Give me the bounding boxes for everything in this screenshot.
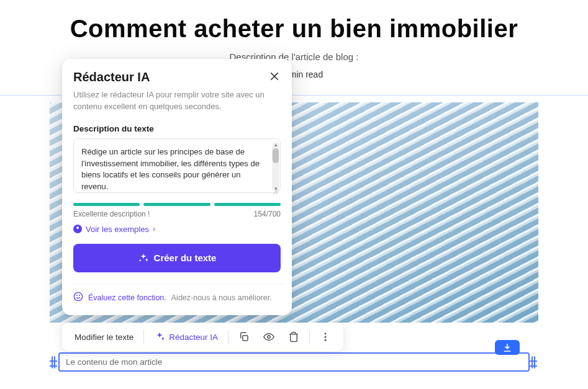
scrollbar-thumb[interactable] (273, 148, 279, 163)
svg-point-6 (325, 336, 327, 338)
selection-handle-left[interactable] (50, 356, 58, 369)
resize-icon (272, 188, 279, 195)
close-icon (270, 72, 279, 81)
svg-rect-3 (243, 336, 248, 341)
ai-writer-label: Rédacteur IA (169, 333, 218, 342)
panel-divider (71, 284, 283, 284)
progress-segment (143, 203, 210, 206)
description-textarea[interactable] (73, 138, 281, 193)
copy-icon (238, 331, 250, 342)
svg-point-1 (77, 295, 78, 295)
ai-writer-panel: Rédacteur IA Utilisez le rédacteur IA po… (62, 59, 292, 315)
textarea-wrapper: ▴ ▾ (73, 138, 281, 195)
svg-point-7 (325, 339, 327, 341)
toolbar-separator (309, 330, 310, 344)
download-button[interactable] (495, 340, 520, 355)
more-button[interactable] (314, 328, 337, 346)
svg-point-4 (268, 336, 271, 339)
toolbar-separator (143, 330, 144, 344)
chevron-right-icon: › (153, 225, 155, 233)
sparkle-icon (154, 331, 165, 342)
preview-button[interactable] (257, 328, 281, 346)
copy-button[interactable] (232, 328, 256, 346)
quality-label: Excellente description ! (73, 210, 150, 218)
more-vertical-icon (320, 331, 331, 342)
svg-point-2 (79, 295, 80, 295)
resize-handle[interactable] (272, 187, 279, 194)
feedback-link[interactable]: Évaluez cette fonction. (88, 293, 166, 302)
examples-label: Voir les exemples (86, 225, 149, 234)
content-field-selection: Le contenu de mon article (50, 352, 538, 372)
close-button[interactable] (268, 70, 281, 83)
create-text-button[interactable]: Créer du texte (73, 244, 281, 272)
toolbar-separator (228, 330, 228, 344)
quality-progress (73, 203, 281, 206)
article-content-input[interactable]: Le contenu de mon article (58, 352, 530, 372)
panel-title: Rédacteur IA (73, 70, 150, 84)
lightbulb-icon (73, 225, 82, 233)
edit-text-button[interactable]: Modifier le texte (68, 329, 140, 346)
ai-writer-button[interactable]: Rédacteur IA (148, 328, 224, 346)
trash-icon (288, 331, 299, 342)
create-button-label: Créer du texte (154, 253, 217, 263)
delete-button[interactable] (282, 328, 305, 346)
text-toolbar: Modifier le texte Rédacteur IA (62, 323, 343, 351)
panel-description: Utilisez le rédacteur IA pour remplir vo… (73, 89, 281, 113)
selection-handle-right[interactable] (530, 356, 538, 369)
feedback-row: Évaluez cette fonction. Aidez-nous à nou… (73, 292, 281, 304)
sparkle-icon (138, 253, 149, 264)
smile-icon (73, 292, 83, 304)
scrollbar-up-icon[interactable]: ▴ (273, 141, 279, 148)
download-icon (502, 342, 512, 352)
feedback-help-text: Aidez-nous à nous améliorer. (171, 293, 272, 302)
see-examples-link[interactable]: Voir les exemples › (73, 225, 281, 234)
progress-segment (73, 203, 140, 206)
svg-point-5 (325, 333, 327, 334)
scrollbar[interactable]: ▴ ▾ (272, 142, 279, 192)
char-count: 154/700 (254, 210, 281, 218)
page-title: Comment acheter un bien immobilier (12, 15, 576, 43)
progress-segment (214, 203, 281, 206)
eye-icon (263, 331, 274, 342)
textarea-label: Description du texte (73, 124, 281, 133)
svg-point-0 (74, 292, 82, 300)
